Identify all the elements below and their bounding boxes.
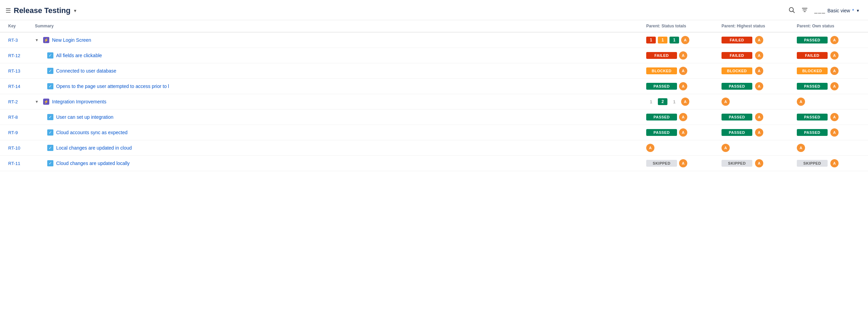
title-chevron-icon[interactable]: ▾	[74, 8, 76, 13]
status-totals-cell: 111A	[646, 36, 713, 44]
total-badge: 1	[646, 98, 656, 105]
avatar: A	[679, 51, 687, 60]
table-row: RT-12✓All fields are clickableFAILEDAFAI…	[0, 48, 868, 63]
status-badge: PASSED	[646, 114, 677, 120]
highest-status-badge: SKIPPED	[722, 160, 752, 167]
highest-status-badge: PASSED	[722, 114, 752, 120]
own-status-cell: PASSEDA	[797, 82, 864, 90]
avatar: A	[681, 36, 689, 44]
avatar: A	[681, 98, 689, 106]
avatar: A	[830, 36, 839, 44]
status-totals-cell: A	[646, 144, 713, 152]
issue-key-link[interactable]: RT-11	[8, 161, 20, 166]
own-status-cell: BLOCKEDA	[797, 67, 864, 75]
expand-arrow-icon[interactable]: ▼	[35, 38, 40, 42]
task-icon: ✓	[47, 145, 53, 151]
highest-status-badge: FAILED	[722, 52, 752, 59]
highest-status-badge: PASSED	[722, 83, 752, 90]
task-icon: ✓	[47, 83, 53, 89]
highest-status-cell: A	[722, 144, 789, 152]
issues-table: Key Summary Parent: Status totals Parent…	[0, 20, 868, 171]
status-totals-cell: SKIPPEDA	[646, 159, 713, 167]
issue-key-link[interactable]: RT-12	[8, 53, 20, 58]
own-status-badge: PASSED	[797, 83, 828, 90]
total-badge: 1	[669, 37, 679, 43]
col-header-status-totals: Parent: Status totals	[642, 20, 717, 32]
basic-view-label: Basic view	[828, 8, 850, 13]
avatar: A	[830, 51, 839, 60]
header-left: ☰ Release Testing ▾	[5, 6, 76, 15]
total-badge: 1	[658, 37, 667, 43]
board-icon: ☰	[5, 7, 11, 14]
table-row: RT-8✓User can set up integrationPASSEDAP…	[0, 110, 868, 125]
avatar: A	[830, 82, 839, 90]
own-status-cell: PASSEDA	[797, 36, 864, 44]
total-badge: 1	[669, 98, 679, 105]
avatar: A	[755, 128, 763, 137]
avatar: A	[830, 128, 839, 137]
summary-text[interactable]: New Login Screen	[52, 37, 91, 43]
highest-status-cell: FAILEDA	[722, 51, 789, 60]
summary-text[interactable]: Integration Improvements	[52, 99, 106, 104]
avatar: A	[755, 82, 763, 90]
own-status-badge: PASSED	[797, 129, 828, 136]
avatar: A	[722, 98, 730, 106]
story-icon: ⚡	[43, 99, 49, 105]
own-status-cell: A	[797, 98, 864, 106]
filter-icon[interactable]	[801, 7, 808, 15]
search-icon[interactable]	[788, 7, 795, 15]
avatar: A	[646, 144, 654, 152]
avatar: A	[797, 144, 805, 152]
issue-key-link[interactable]: RT-14	[8, 84, 20, 89]
total-badge: 1	[646, 37, 656, 43]
task-icon: ✓	[47, 68, 53, 74]
highest-status-cell: PASSEDA	[722, 113, 789, 121]
task-icon: ✓	[47, 129, 53, 136]
issue-key-link[interactable]: RT-2	[8, 99, 18, 104]
own-status-cell: PASSEDA	[797, 113, 864, 121]
own-status-badge: BLOCKED	[797, 67, 828, 74]
avatar: A	[830, 159, 839, 167]
table-row: RT-9✓Cloud accounts sync as expectedPASS…	[0, 125, 868, 140]
summary-text[interactable]: Cloud changes are updated locally	[56, 161, 130, 166]
avatar: A	[722, 144, 730, 152]
basic-view-asterisk: *	[852, 8, 854, 13]
avatar: A	[679, 128, 687, 137]
table-row: RT-13✓Connected to user databaseBLOCKEDA…	[0, 63, 868, 79]
highest-status-cell: SKIPPEDA	[722, 159, 789, 167]
table-row: RT-2▼⚡Integration Improvements121AAA	[0, 94, 868, 110]
page-title: Release Testing	[14, 6, 71, 15]
basic-view-chevron-icon: ▼	[856, 9, 860, 13]
highest-status-cell: A	[722, 98, 789, 106]
issue-key-link[interactable]: RT-13	[8, 68, 20, 74]
avatar: A	[797, 98, 805, 106]
summary-text[interactable]: Local changes are updated in cloud	[56, 145, 132, 151]
issue-key-link[interactable]: RT-3	[8, 38, 18, 43]
summary-text[interactable]: Opens to the page user attempted to acce…	[56, 84, 169, 89]
task-icon: ✓	[47, 160, 53, 166]
avatar: A	[755, 51, 763, 60]
issue-key-link[interactable]: RT-10	[8, 145, 20, 151]
issue-key-link[interactable]: RT-8	[8, 115, 18, 120]
issue-key-link[interactable]: RT-9	[8, 130, 18, 135]
header-right: ⎯⎯⎯ Basic view* ▼	[788, 7, 860, 15]
status-badge: PASSED	[646, 129, 677, 136]
status-totals-cell: FAILEDA	[646, 51, 713, 60]
table-row: RT-14✓Opens to the page user attempted t…	[0, 79, 868, 94]
total-badge: 2	[658, 98, 667, 105]
summary-text[interactable]: All fields are clickable	[56, 53, 102, 58]
task-icon: ✓	[47, 114, 53, 120]
status-totals-cell: BLOCKEDA	[646, 67, 713, 75]
status-badge: BLOCKED	[646, 67, 677, 74]
table-header-row: Key Summary Parent: Status totals Parent…	[0, 20, 868, 32]
summary-text[interactable]: Connected to user database	[56, 68, 116, 74]
table-row: RT-11✓Cloud changes are updated locallyS…	[0, 156, 868, 171]
task-icon: ✓	[47, 52, 53, 59]
highest-status-cell: FAILEDA	[722, 36, 789, 44]
basic-view-selector[interactable]: ⎯⎯⎯ Basic view* ▼	[814, 8, 860, 14]
status-totals-cell: PASSEDA	[646, 128, 713, 137]
expand-arrow-icon[interactable]: ▼	[35, 100, 40, 104]
own-status-cell: SKIPPEDA	[797, 159, 864, 167]
summary-text[interactable]: Cloud accounts sync as expected	[56, 130, 128, 135]
summary-text[interactable]: User can set up integration	[56, 114, 113, 120]
